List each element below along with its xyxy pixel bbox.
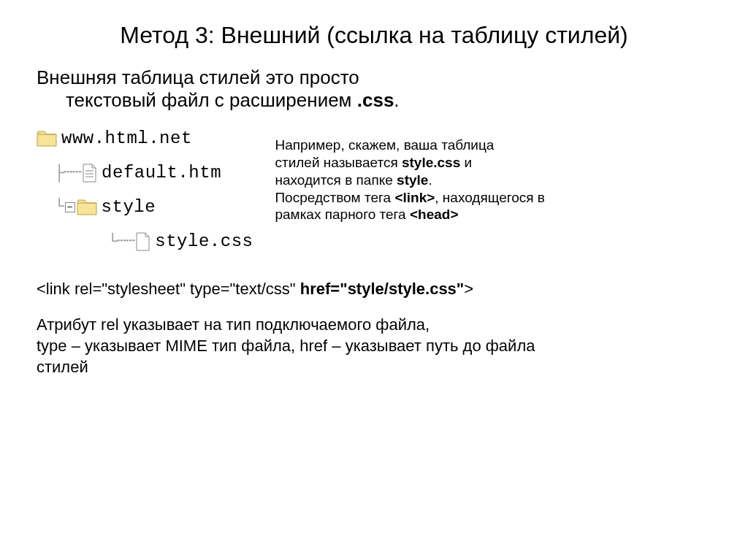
side-l1d: и [460,155,472,170]
intro-paragraph: Внешняя таблица стилей это просто тексто… [37,66,711,112]
expand-minus-icon[interactable]: − [65,202,75,212]
intro-line2b: .css [357,89,394,111]
document-icon [81,164,97,183]
side-l1c: style.css [402,155,460,170]
side-l4b: <head> [410,207,459,222]
side-l4a: рамках парного тега [275,207,410,222]
tree-file1-label: default.htm [102,163,221,183]
intro-period: . [394,89,399,111]
intro-line2a: текстовый файл с расширением [66,89,357,111]
code-b: href="style/style.css" [300,280,465,298]
side-l3b: <link> [394,190,435,205]
code-a: <link rel="stylesheet" type="text/css" [37,280,300,298]
tree-row-file2: └┄┄ style.css [37,225,253,258]
tree-row-root: www.html.net [37,122,253,155]
folder-icon [77,199,97,216]
code-c: > [464,280,473,298]
document-icon [134,232,150,251]
side-l3a: Посредством тега [275,190,394,205]
side-l1b: стилей называется [275,155,402,170]
side-l2b: style [397,172,428,188]
tree-root-label: www.html.net [61,129,192,148]
slide-title: Метод 3: Внешний (ссылка на таблицу стил… [37,22,711,49]
file-tree: www.html.net ├┄┄ default.htm └− style └┄… [37,122,253,259]
tree-connector: └ [37,198,64,216]
tree-row-file1: ├┄┄ default.htm [37,156,253,189]
side-text: Например, скажем, ваша таблица стилей на… [275,122,545,259]
folder-icon [37,130,57,147]
intro-line1: Внешняя таблица стилей это просто [37,66,359,88]
side-l3c: , находящегося в [435,190,545,205]
tree-row-folder2: └− style [37,191,253,223]
side-l2a: находится в папке [275,172,397,188]
tree-connector: ├┄┄ [37,163,81,183]
tree-file2-label: style.css [155,231,253,251]
explanation: Атрибут rel указывает на тип подключаемо… [37,315,711,377]
explain-l2: type – указывает MIME тип файла, href – … [37,337,535,355]
code-line: <link rel="stylesheet" type="text/css" h… [37,280,711,299]
tree-folder2-label: style [102,197,156,217]
middle-section: www.html.net ├┄┄ default.htm └− style └┄… [37,122,711,259]
side-l1a: Например, скажем, ваша таблица [275,137,494,153]
explain-l1: Атрибут rel указывает на тип подключаемо… [37,315,430,334]
explain-l3: стилей [37,358,88,376]
tree-connector: └┄┄ [37,231,134,251]
side-l2c: . [428,172,432,188]
